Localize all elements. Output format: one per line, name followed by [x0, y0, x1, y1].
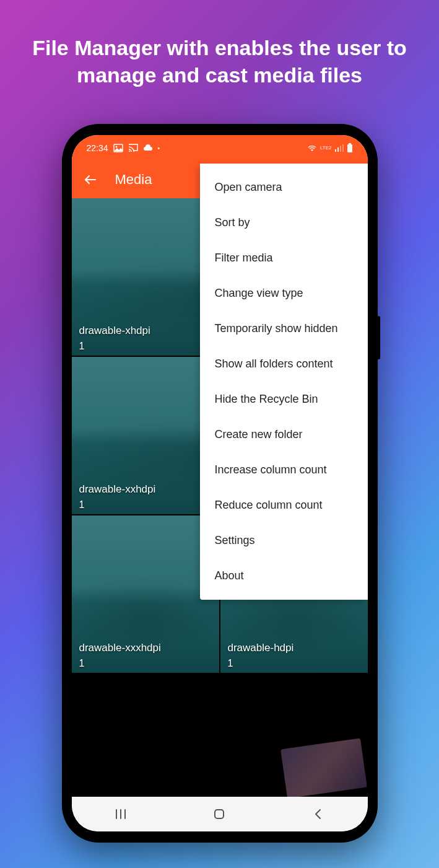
svg-rect-5 — [340, 146, 341, 152]
menu-reduce-column-count[interactable]: Reduce column count — [200, 488, 368, 523]
menu-open-camera[interactable]: Open camera — [200, 170, 368, 205]
wifi-icon — [307, 144, 317, 152]
folder-tile[interactable]: drawable-xxxhdpi 1 — [72, 515, 219, 673]
folder-count: 1 — [228, 658, 233, 669]
phone-screen: 22:34 • LTE2 — [72, 135, 368, 831]
menu-settings[interactable]: Settings — [200, 523, 368, 558]
folder-count: 1 — [79, 341, 85, 352]
svg-rect-6 — [342, 144, 344, 152]
promo-headline: File Manager with enables the user to ma… — [0, 0, 439, 89]
svg-rect-12 — [215, 810, 224, 818]
cast-icon — [128, 144, 138, 152]
nav-home-button[interactable] — [212, 807, 226, 821]
menu-temporarily-show-hidden[interactable]: Temporarily show hidden — [200, 311, 368, 346]
network-label: LTE2 — [320, 146, 332, 151]
folder-tile-empty[interactable] — [72, 674, 219, 797]
status-time: 22:34 — [87, 143, 108, 153]
menu-hide-recycle-bin[interactable]: Hide the Recycle Bin — [200, 382, 368, 417]
battery-icon — [347, 143, 353, 153]
folder-name: drawable-xhdpi — [79, 325, 150, 337]
folder-count: 1 — [79, 499, 85, 511]
nav-back-button[interactable] — [311, 807, 325, 821]
svg-point-1 — [115, 146, 117, 148]
menu-increase-column-count[interactable]: Increase column count — [200, 452, 368, 488]
menu-show-all-folders-content[interactable]: Show all folders content — [200, 346, 368, 382]
phone-side-button — [377, 316, 380, 359]
folder-count: 1 — [79, 658, 85, 669]
signal-icon — [335, 144, 344, 152]
folder-name: drawable-hdpi — [228, 642, 294, 654]
video-thumbnail — [280, 738, 367, 798]
svg-point-2 — [129, 151, 130, 152]
phone-frame: 22:34 • LTE2 — [62, 124, 378, 843]
app-title: Media — [115, 172, 152, 188]
android-nav-bar — [72, 797, 368, 831]
menu-about[interactable]: About — [200, 558, 368, 594]
status-bar: 22:34 • LTE2 — [72, 135, 368, 161]
status-left: 22:34 • — [87, 143, 160, 153]
status-right: LTE2 — [307, 143, 353, 153]
back-button[interactable] — [83, 172, 98, 187]
overflow-menu: Open camera Sort by Filter media Change … — [200, 164, 368, 600]
svg-rect-8 — [347, 144, 352, 152]
folder-name: drawable-xxhdpi — [79, 483, 156, 496]
folder-name: drawable-xxxhdpi — [79, 642, 161, 654]
menu-change-view-type[interactable]: Change view type — [200, 276, 368, 311]
svg-rect-7 — [349, 143, 351, 144]
nav-recents-button[interactable] — [114, 807, 128, 821]
cloud-icon — [143, 144, 153, 152]
menu-filter-media[interactable]: Filter media — [200, 240, 368, 276]
image-icon — [113, 144, 123, 152]
folder-tile-video[interactable] — [220, 674, 368, 797]
menu-create-new-folder[interactable]: Create new folder — [200, 417, 368, 452]
svg-rect-4 — [337, 147, 339, 152]
status-dot: • — [158, 145, 160, 152]
menu-sort-by[interactable]: Sort by — [200, 205, 368, 240]
svg-rect-3 — [335, 149, 336, 152]
